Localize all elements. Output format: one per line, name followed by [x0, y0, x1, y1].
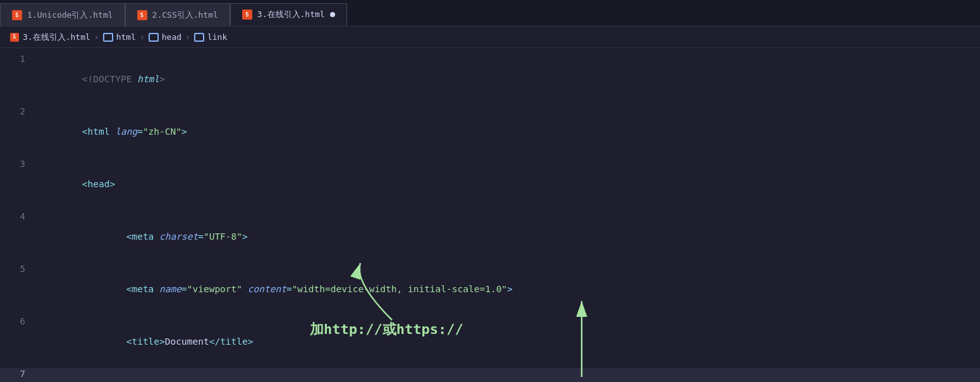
breadcrumb-head-label: head [162, 32, 181, 42]
tag-head: head [88, 179, 110, 189]
breadcrumb-sep-2: › [140, 32, 145, 42]
line-4: 4 <meta charset="UTF-8"> [0, 211, 980, 263]
box-icon-head [149, 33, 159, 42]
tab-label-3: 3.在线引入.html [257, 9, 325, 20]
val-charset: "UTF-8" [204, 231, 242, 242]
line-content-5: <meta name="viewport" content="width=dev… [38, 264, 980, 315]
breadcrumb-link: link [194, 32, 227, 42]
line-5: 5 <meta name="viewport" content="width=d… [0, 263, 980, 316]
line-content-2: <html lang="zh-CN"> [38, 106, 980, 157]
line-number-1: 1 [0, 54, 38, 64]
tag-open-3: < [82, 179, 88, 189]
html5-icon-2: 5 [137, 10, 147, 20]
line-content-4: <meta charset="UTF-8"> [38, 211, 980, 262]
tab-label-1: 1.Unicode引入.html [27, 9, 113, 21]
line-content-6: <title>Document</title> [38, 316, 980, 367]
box-icon-link [194, 33, 204, 42]
line-number-7: 7 [0, 369, 38, 379]
tag-html: html [88, 126, 110, 137]
breadcrumb-sep-3: › [185, 32, 190, 42]
editor-container: 1 <!DOCTYPE html> 2 <html lang="zh-CN"> … [0, 48, 980, 382]
tag-meta-4: meta [132, 231, 154, 242]
breadcrumb-sep-1: › [94, 32, 99, 42]
tag-open-2: < [82, 126, 88, 137]
html5-icon-3: 5 [242, 9, 252, 20]
line-1: 1 <!DOCTYPE html> [0, 53, 980, 106]
editor[interactable]: 1 <!DOCTYPE html> 2 <html lang="zh-CN"> … [0, 48, 980, 382]
line-7: 7 <link rel="stylesheet" href="//at.alic… [0, 368, 980, 382]
box-icon-html [103, 33, 113, 42]
breadcrumb-html5-icon: 5 [10, 33, 19, 42]
line-number-6: 6 [0, 316, 38, 326]
doctype-html: html [137, 74, 159, 84]
tag-close-3: > [110, 179, 116, 189]
tab-label-2: 2.CSS引入.html [152, 9, 218, 21]
tab-unicode[interactable]: 5 1.Unicode引入.html [0, 3, 125, 26]
breadcrumb-html-label: html [116, 32, 136, 42]
breadcrumb-file: 3.在线引入.html [23, 32, 90, 43]
breadcrumb-head: head [149, 32, 181, 42]
line-content-3: <head> [38, 159, 980, 210]
attr-lang: lang [115, 126, 137, 137]
line-content-1: <!DOCTYPE html> [38, 54, 980, 105]
tab-css[interactable]: 5 2.CSS引入.html [125, 3, 230, 26]
breadcrumb-html: html [103, 32, 136, 42]
doctype-keyword: DOCTYPE [93, 74, 137, 84]
html5-icon-1: 5 [12, 10, 22, 20]
space-2 [110, 126, 116, 137]
line-content-7: <link rel="stylesheet" href="//at.alicdn… [38, 369, 980, 382]
tag-close-2: > [181, 126, 187, 137]
tab-bar: 5 1.Unicode引入.html 5 2.CSS引入.html 5 3.在线… [0, 0, 980, 27]
line-number-4: 4 [0, 211, 38, 221]
line-6: 6 <title>Document</title> [0, 316, 980, 368]
line-3: 3 <head> [0, 158, 980, 211]
attr-charset: charset [159, 231, 198, 242]
line-number-5: 5 [0, 264, 38, 274]
doctype-close: > [159, 74, 165, 84]
breadcrumb: 5 3.在线引入.html › html › head › link [0, 27, 980, 48]
line-number-3: 3 [0, 159, 38, 169]
eq-2: = [137, 126, 143, 137]
doctype-open: <! [82, 74, 93, 84]
val-lang: "zh-CN" [143, 126, 181, 137]
tab-modified-dot [330, 12, 335, 17]
line-2: 2 <html lang="zh-CN"> [0, 106, 980, 158]
tab-online[interactable]: 5 3.在线引入.html [230, 3, 347, 26]
breadcrumb-link-label: link [207, 32, 227, 42]
line-number-2: 2 [0, 106, 38, 116]
